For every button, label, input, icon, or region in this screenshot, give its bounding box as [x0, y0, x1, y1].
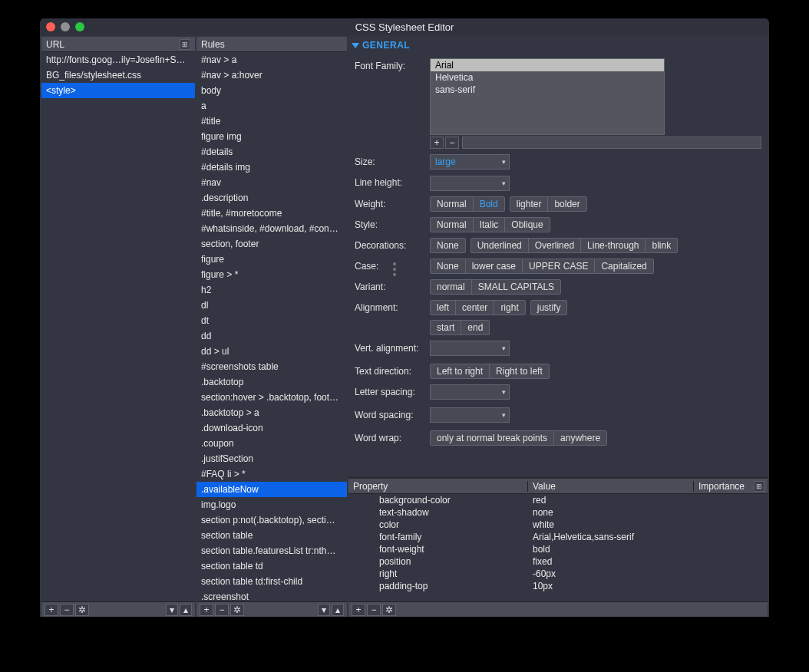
rules-list[interactable]: #nav > a#nav > a:hoverbodya#titlefigure …	[196, 52, 347, 601]
font-family-list[interactable]: ArialHelveticasans-serif	[430, 58, 665, 135]
rule-item[interactable]: .download-icon	[196, 420, 347, 436]
rule-item[interactable]: #nav > a:hover	[196, 68, 347, 83]
rule-item[interactable]: a	[196, 98, 347, 114]
remove-font-button[interactable]: −	[445, 137, 459, 149]
rule-item[interactable]: section p:not(.backtotop), secti…	[196, 512, 347, 528]
rule-item[interactable]: dl	[196, 298, 347, 313]
rule-item[interactable]: #details img	[196, 160, 347, 175]
rule-item[interactable]: figure img	[196, 129, 347, 144]
vert-align-select[interactable]: ▾	[430, 341, 510, 356]
settings-button[interactable]: ✲	[382, 604, 396, 616]
word-spacing-select[interactable]: ▾	[430, 407, 510, 423]
decorations-none[interactable]: None	[430, 238, 466, 253]
segment-option[interactable]: Left to right	[431, 364, 490, 378]
add-button[interactable]: +	[200, 604, 213, 616]
rule-item[interactable]: h2	[196, 282, 347, 298]
settings-button[interactable]: ✲	[230, 604, 244, 616]
word-wrap-segmented[interactable]: only at normal break pointsanywhere	[430, 430, 607, 446]
move-down-button[interactable]: ▾	[166, 604, 178, 616]
remove-button[interactable]: −	[367, 604, 381, 616]
rule-item[interactable]: section table	[196, 528, 347, 543]
move-down-button[interactable]: ▾	[318, 604, 330, 616]
property-row[interactable]: colorwhite	[348, 519, 768, 531]
alignment-segmented[interactable]: leftcenterright	[430, 300, 526, 315]
segment-option[interactable]: Oblique	[505, 218, 549, 232]
segment-option[interactable]: right	[494, 301, 524, 315]
rule-item[interactable]: .backtotop	[196, 374, 347, 390]
rule-item[interactable]: section, footer	[196, 236, 347, 252]
rule-item[interactable]: dt	[196, 313, 347, 328]
segment-option[interactable]: Capitalized	[595, 259, 652, 273]
rule-item[interactable]: .availableNow	[196, 482, 347, 497]
property-row[interactable]: font-weightbold	[348, 543, 768, 555]
property-row[interactable]: right-60px	[348, 568, 768, 580]
col-importance[interactable]: Importance	[694, 481, 754, 492]
move-up-button[interactable]: ▴	[180, 604, 192, 616]
segment-option[interactable]: center	[456, 301, 494, 315]
variant-segmented[interactable]: normalSMALL CAPITALS	[430, 279, 561, 295]
letter-spacing-select[interactable]: ▾	[430, 384, 510, 400]
add-button[interactable]: +	[352, 604, 365, 616]
segment-option[interactable]: end	[461, 321, 489, 334]
style-segmented[interactable]: NormalItalicOblique	[430, 217, 550, 232]
rule-item[interactable]: .justifSection	[196, 451, 347, 466]
segment-option[interactable]: Italic	[474, 218, 506, 232]
remove-button[interactable]: −	[60, 604, 74, 616]
col-value[interactable]: Value	[528, 481, 694, 492]
segment-option[interactable]: normal	[431, 280, 472, 294]
rule-item[interactable]: .description	[196, 190, 347, 206]
property-row[interactable]: positionfixed	[348, 555, 768, 568]
property-row[interactable]: padding-top10px	[348, 580, 768, 592]
rule-item[interactable]: section table.featuresList tr:nth…	[196, 543, 347, 558]
segment-option[interactable]: blink	[646, 239, 677, 252]
segment-option[interactable]: justify	[531, 301, 567, 315]
move-up-button[interactable]: ▴	[332, 604, 344, 616]
properties-list[interactable]: background-colorredtext-shadownonecolorw…	[348, 494, 768, 601]
url-item[interactable]: <style>	[41, 83, 195, 98]
add-font-button[interactable]: +	[430, 137, 444, 149]
splitter-grip-icon[interactable]	[393, 262, 398, 285]
rule-item[interactable]: figure > *	[196, 267, 347, 282]
size-select[interactable]: large ▾	[430, 154, 510, 170]
segment-option[interactable]: None	[431, 259, 466, 273]
segment-option[interactable]: Overlined	[529, 239, 581, 252]
alignment-startend[interactable]: startend	[430, 320, 490, 335]
rule-item[interactable]: #screenshots table	[196, 359, 347, 374]
decorations-segmented[interactable]: UnderlinedOverlinedLine-throughblink	[471, 238, 678, 253]
rule-item[interactable]: #title, #moretocome	[196, 206, 347, 221]
rule-item[interactable]: section table td:first-child	[196, 574, 347, 589]
rule-item[interactable]: section table td	[196, 558, 347, 574]
segment-option[interactable]: lower case	[466, 259, 523, 273]
col-property[interactable]: Property	[348, 481, 528, 492]
rule-item[interactable]: .screenshot	[196, 589, 347, 601]
line-height-select[interactable]: ▾	[430, 176, 510, 191]
rule-item[interactable]: #title	[196, 114, 347, 129]
remove-button[interactable]: −	[215, 604, 229, 616]
rule-item[interactable]: body	[196, 83, 347, 98]
font-family-item[interactable]: Arial	[431, 59, 664, 71]
alignment-justify[interactable]: justify	[530, 300, 568, 315]
segment-option[interactable]: None	[431, 239, 465, 252]
segment-option[interactable]: bolder	[548, 197, 586, 211]
rule-item[interactable]: img.logo	[196, 497, 347, 512]
disclosure-triangle-icon[interactable]	[352, 43, 359, 48]
url-list[interactable]: http://fonts.goog…ily=Josefin+SansBG_fil…	[41, 52, 195, 601]
rule-item[interactable]: #details	[196, 144, 347, 160]
url-item[interactable]: http://fonts.goog…ily=Josefin+Sans	[41, 52, 195, 68]
segment-option[interactable]: lighter	[510, 197, 549, 211]
segment-option[interactable]: only at normal break points	[431, 431, 554, 445]
segment-option[interactable]: left	[431, 301, 456, 315]
weight-segmented[interactable]: NormalBold	[430, 196, 505, 212]
settings-button[interactable]: ✲	[75, 604, 89, 616]
weight-extra-segmented[interactable]: lighterbolder	[510, 196, 587, 212]
rule-item[interactable]: #FAQ li > *	[196, 466, 347, 482]
rule-item[interactable]: dd > ul	[196, 344, 347, 359]
text-direction-segmented[interactable]: Left to rightRight to left	[430, 364, 550, 379]
font-family-item[interactable]: Helvetica	[431, 71, 664, 84]
add-button[interactable]: +	[45, 604, 58, 616]
font-family-item[interactable]: sans-serif	[431, 84, 664, 96]
segment-option[interactable]: Normal	[431, 218, 474, 232]
segment-option[interactable]: Bold	[474, 197, 504, 211]
segment-option[interactable]: start	[431, 321, 461, 334]
section-header[interactable]: GENERAL	[348, 37, 768, 54]
